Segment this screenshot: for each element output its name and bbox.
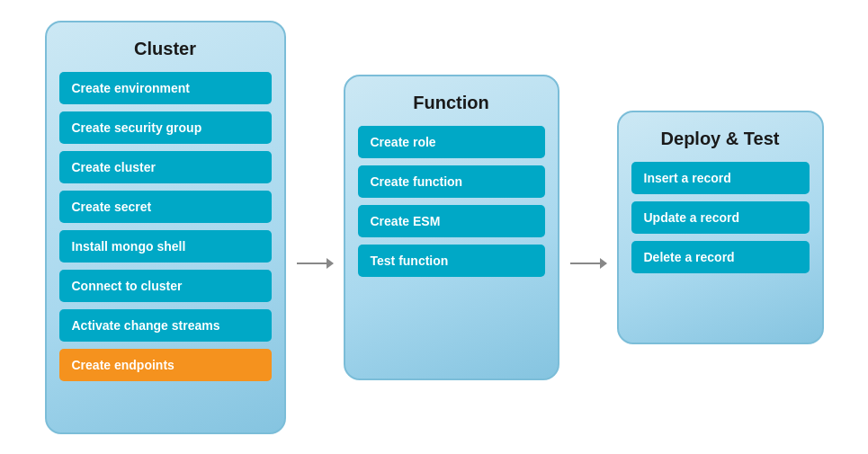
arrow-function-to-deploy xyxy=(559,263,617,264)
arrow-cluster-to-function xyxy=(286,263,344,264)
function-title: Function xyxy=(413,93,488,113)
diagram: Cluster Create environment Create securi… xyxy=(27,3,842,452)
deploy-title: Deploy & Test xyxy=(661,129,780,149)
btn-create-role[interactable]: Create role xyxy=(358,126,545,158)
btn-insert-record[interactable]: Insert a record xyxy=(631,162,810,194)
btn-create-esm[interactable]: Create ESM xyxy=(358,205,545,237)
cluster-title: Cluster xyxy=(134,39,196,59)
deploy-panel: Deploy & Test Insert a record Update a r… xyxy=(617,111,824,344)
btn-create-endpoints[interactable]: Create endpoints xyxy=(59,349,272,381)
function-panel: Function Create role Create function Cre… xyxy=(344,75,559,380)
btn-delete-record[interactable]: Delete a record xyxy=(631,241,810,273)
btn-connect-to-cluster[interactable]: Connect to cluster xyxy=(59,270,272,302)
cluster-panel: Cluster Create environment Create securi… xyxy=(45,21,286,434)
btn-create-security-group[interactable]: Create security group xyxy=(59,111,272,144)
btn-update-record[interactable]: Update a record xyxy=(631,201,810,234)
btn-install-mongo-shell[interactable]: Install mongo shell xyxy=(59,230,272,263)
btn-create-secret[interactable]: Create secret xyxy=(59,191,272,223)
arrow-line-1 xyxy=(297,263,333,264)
btn-create-function[interactable]: Create function xyxy=(358,165,545,198)
btn-create-cluster[interactable]: Create cluster xyxy=(59,151,272,183)
arrow-line-2 xyxy=(570,263,606,264)
btn-test-function[interactable]: Test function xyxy=(358,245,545,277)
btn-create-environment[interactable]: Create environment xyxy=(59,72,272,104)
btn-activate-change-streams[interactable]: Activate change streams xyxy=(59,309,272,342)
